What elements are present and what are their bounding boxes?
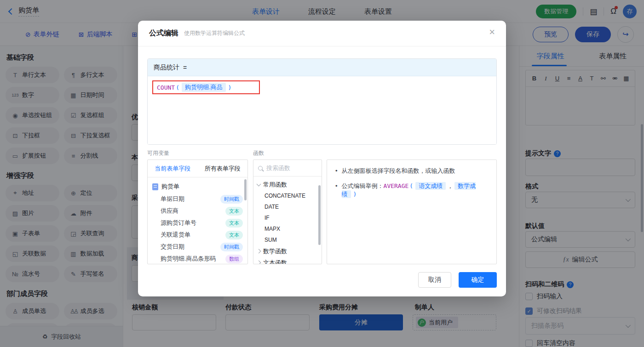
formula-target-field: 商品统计 — [154, 63, 179, 72]
close-icon[interactable]: × — [489, 27, 495, 37]
open-paren: ( — [176, 84, 179, 91]
tab-current-form-fields[interactable]: 当前表单字段 — [148, 160, 198, 177]
functions-panel: 搜索函数 常用函数 CONCATENATE DATE IF MAPX SUM 数… — [253, 159, 322, 264]
variable-row[interactable]: 交货日期时间戳 — [148, 241, 247, 253]
example-field-chip: 语文成绩 — [415, 182, 446, 190]
modal-subtitle: 使用数学运算符编辑公式 — [184, 29, 245, 37]
modal-footer: 取消 确定 — [418, 272, 497, 288]
variable-row[interactable]: 单据日期时间戳 — [148, 193, 247, 205]
type-badge: 文本 — [225, 207, 243, 216]
functions-label: 函数 — [253, 149, 264, 157]
bullet: • — [335, 182, 338, 199]
function-item[interactable]: DATE — [253, 201, 322, 212]
tips-panel: • 从左侧面板选择字段名和函数，或输入函数 • 公式编辑举例：AVERAGE(语… — [327, 159, 497, 264]
variable-row[interactable]: 购货明细.商品条形码数组 — [148, 253, 247, 264]
equals-sign: = — [183, 64, 187, 71]
function-item[interactable]: SUM — [253, 234, 322, 245]
function-item[interactable]: CONCATENATE — [253, 190, 322, 201]
variables-tree-root[interactable]: 购货单 — [148, 180, 247, 193]
function-search[interactable]: 搜索函数 — [253, 160, 322, 176]
variables-panel: 当前表单字段 所有表单字段 购货单 单据日期时间戳 供应商文本 源购货订单号文本… — [147, 159, 248, 264]
chevron-right-icon — [257, 261, 261, 264]
chevron-down-icon — [257, 182, 261, 186]
function-group-math[interactable]: 数学函数 — [253, 245, 322, 257]
type-badge: 时间戳 — [220, 243, 243, 251]
search-placeholder: 搜索函数 — [266, 164, 290, 172]
chevron-right-icon — [257, 249, 261, 254]
tip-line: • 从左侧面板选择字段名和函数，或输入函数 — [335, 167, 488, 175]
bullet: • — [335, 167, 338, 175]
type-badge: 文本 — [225, 231, 243, 239]
variables-label: 可用变量 — [147, 149, 169, 157]
type-badge: 时间戳 — [220, 195, 243, 204]
tab-all-form-fields[interactable]: 所有表单字段 — [198, 160, 248, 177]
confirm-button[interactable]: 确定 — [459, 272, 497, 288]
example-function: AVERAGE — [384, 182, 409, 189]
form-document-icon — [152, 183, 158, 190]
variable-row[interactable]: 源购货订单号文本 — [148, 217, 247, 229]
formula-field-chip[interactable]: 购货明细.商品 — [182, 83, 226, 92]
formula-editor: 商品统计 = COUNT ( 购货明细.商品 ) — [147, 58, 497, 145]
type-badge: 数组 — [225, 255, 243, 263]
type-badge: 文本 — [225, 219, 243, 228]
tip-example-line: • 公式编辑举例：AVERAGE(语文成绩，数学成绩) — [335, 182, 488, 199]
variable-row[interactable]: 供应商文本 — [148, 205, 247, 217]
modal-header: 公式编辑 使用数学运算符编辑公式 × — [138, 21, 506, 46]
formula-target-bar: 商品统计 = — [148, 59, 496, 76]
function-item[interactable]: MAPX — [253, 223, 322, 234]
close-paren: ) — [228, 84, 232, 91]
formula-edit-modal: 公式编辑 使用数学运算符编辑公式 × 商品统计 = COUNT ( 购货明细.商… — [138, 21, 506, 296]
cancel-button[interactable]: 取消 — [418, 272, 451, 288]
variable-row[interactable]: 关联退货单文本 — [148, 229, 247, 241]
variables-scrollbar[interactable] — [244, 179, 247, 200]
search-icon — [258, 166, 263, 171]
function-item[interactable]: IF — [253, 212, 322, 223]
annotation-red-box: COUNT ( 购货明细.商品 ) — [152, 80, 260, 94]
close-paren: ) — [353, 191, 357, 198]
variables-tabs: 当前表单字段 所有表单字段 — [148, 160, 247, 177]
comma: ， — [447, 182, 453, 189]
function-group-text[interactable]: 文本函数 — [253, 257, 322, 264]
open-paren: ( — [409, 182, 413, 189]
modal-title: 公式编辑 — [149, 28, 178, 38]
formula-function: COUNT — [157, 84, 175, 91]
functions-scrollbar[interactable] — [318, 185, 321, 245]
function-group-common[interactable]: 常用函数 — [253, 179, 322, 190]
formula-input-area[interactable]: COUNT ( 购货明细.商品 ) — [148, 76, 496, 145]
